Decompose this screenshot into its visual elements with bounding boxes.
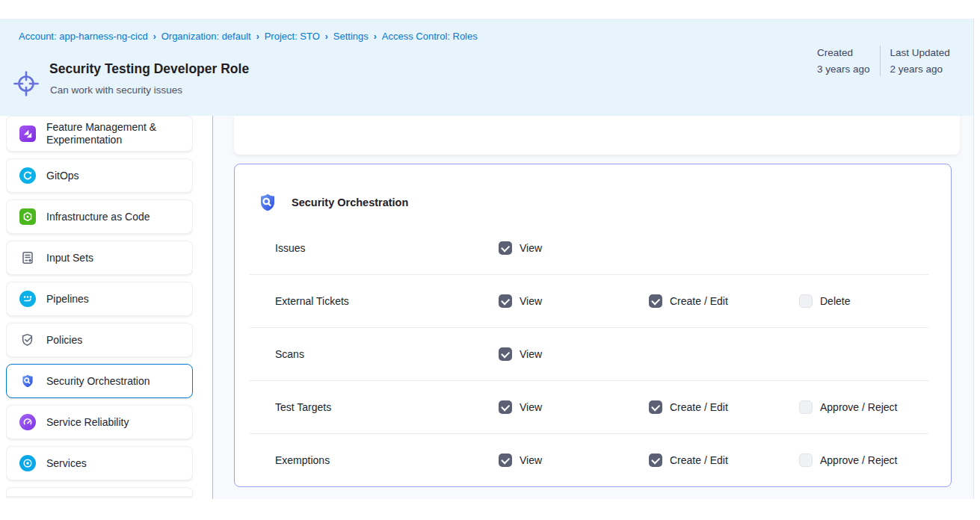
permission-label: Create / Edit xyxy=(670,295,728,307)
sidebar-item-partial[interactable] xyxy=(6,487,193,497)
breadcrumb-separator-icon: › xyxy=(374,31,377,42)
permission-cell: Create / Edit xyxy=(649,400,799,414)
permission-cell: Approve / Reject xyxy=(799,454,951,467)
sidebar-item-security-orchestration[interactable]: Security Orchestration xyxy=(6,364,193,398)
breadcrumb-link-access-control[interactable]: Access Control: Roles xyxy=(382,31,478,42)
breadcrumb-separator-icon: › xyxy=(325,31,328,42)
sidebar-item-label: Service Reliability xyxy=(46,416,129,429)
approve-reject-checkbox[interactable] xyxy=(799,454,813,467)
created-value: 3 years ago xyxy=(817,62,870,76)
service-reliability-icon xyxy=(19,414,36,430)
sidebar-item-label: Input Sets xyxy=(46,252,93,264)
create-edit-checkbox[interactable] xyxy=(649,400,662,414)
feature-management-icon xyxy=(19,126,36,142)
last-updated-value: 2 years ago xyxy=(890,62,950,76)
resource-label: Test Targets xyxy=(275,401,499,413)
security-orchestration-shield-icon xyxy=(256,191,279,214)
create-edit-checkbox[interactable] xyxy=(649,294,662,308)
create-edit-checkbox[interactable] xyxy=(649,454,662,467)
panel-title: Security Orchestration xyxy=(292,196,408,208)
permission-row-issues: IssuesView xyxy=(235,222,951,274)
breadcrumb: Account: app-harness-ng-cicd›Organizatio… xyxy=(19,31,478,42)
page-header: Account: app-harness-ng-cicd›Organizatio… xyxy=(0,19,973,116)
permission-label: Approve / Reject xyxy=(820,454,898,466)
permission-label: Delete xyxy=(820,295,850,307)
sidebar-item-gitops[interactable]: GitOps xyxy=(6,158,193,193)
delete-checkbox[interactable] xyxy=(799,294,813,308)
view-checkbox[interactable] xyxy=(499,400,512,414)
security-orchestration-icon xyxy=(19,373,36,389)
permission-row-exemptions: ExemptionsViewCreate / EditApprove / Rej… xyxy=(235,434,951,486)
permission-label: Create / Edit xyxy=(670,401,728,413)
permission-cell: View xyxy=(499,347,649,361)
sidebar-item-label: GitOps xyxy=(46,170,79,182)
input-sets-icon xyxy=(19,250,36,266)
content-right-border xyxy=(973,19,974,499)
sidebar-item-label: Policies xyxy=(46,334,82,347)
page: Account: app-harness-ng-cicd›Organizatio… xyxy=(0,0,980,520)
previous-permissions-card xyxy=(234,116,960,155)
panel-header: Security Orchestration xyxy=(235,164,951,222)
sidebar-item-services[interactable]: Services xyxy=(6,446,193,480)
permission-label: View xyxy=(520,295,542,307)
sidebar-item-label: Pipelines xyxy=(46,293,89,306)
permission-cell: View xyxy=(499,454,649,467)
permissions-table: IssuesViewExternal TicketsViewCreate / E… xyxy=(235,222,951,486)
sidebar-item-policies[interactable]: Policies xyxy=(6,323,193,357)
permission-cell: Approve / Reject xyxy=(799,400,951,414)
resource-label: Exemptions xyxy=(275,454,499,466)
page-subtitle: Can work with security issues xyxy=(50,84,182,96)
permission-label: View xyxy=(520,454,542,466)
breadcrumb-separator-icon: › xyxy=(153,31,156,42)
breadcrumb-link-settings[interactable]: Settings xyxy=(333,31,369,42)
services-icon xyxy=(19,455,36,471)
permission-label: Approve / Reject xyxy=(820,401,898,413)
sidebar-item-feature-management-experimentation[interactable]: Feature Management & Experimentation xyxy=(6,116,193,152)
permission-label: View xyxy=(520,348,542,360)
permission-label: Create / Edit xyxy=(670,454,728,466)
breadcrumb-link-account[interactable]: Account: app-harness-ng-cicd xyxy=(19,31,148,42)
page-title: Security Testing Developer Role xyxy=(49,61,249,77)
resource-label: Issues xyxy=(275,242,499,254)
permission-row-scans: ScansView xyxy=(235,328,951,380)
resource-label: Scans xyxy=(275,348,499,360)
sidebar-item-infrastructure-as-code[interactable]: Infrastructure as Code xyxy=(6,199,193,234)
sidebar-item-label: Services xyxy=(46,457,87,470)
permission-row-external-tickets: External TicketsViewCreate / EditDelete xyxy=(235,275,951,327)
sidebar-item-label: Security Orchestration xyxy=(46,375,150,388)
module-sidebar: Feature Management & ExperimentationGitO… xyxy=(6,116,193,499)
sidebar-item-label: Feature Management & Experimentation xyxy=(46,121,183,146)
permission-row-test-targets: Test TargetsViewCreate / EditApprove / R… xyxy=(235,381,951,433)
breadcrumb-link-organization[interactable]: Organization: default xyxy=(161,31,251,42)
permission-cell: View xyxy=(499,294,649,308)
breadcrumb-separator-icon: › xyxy=(256,31,259,42)
permission-cell: Create / Edit xyxy=(649,294,799,308)
approve-reject-checkbox[interactable] xyxy=(799,400,813,414)
permission-cell: View xyxy=(499,400,649,414)
permission-cell: Delete xyxy=(799,294,951,308)
meta-divider xyxy=(880,46,881,76)
sidebar-item-pipelines[interactable]: Pipelines xyxy=(6,282,193,316)
permission-cell: Create / Edit xyxy=(649,454,799,467)
view-checkbox[interactable] xyxy=(499,347,512,361)
infrastructure-as-code-icon xyxy=(19,208,36,225)
permission-cell: View xyxy=(499,241,649,255)
role-target-icon xyxy=(9,66,43,101)
security-orchestration-panel: Security Orchestration IssuesViewExterna… xyxy=(234,164,952,487)
sidebar-item-input-sets[interactable]: Input Sets xyxy=(6,241,193,275)
sidebar-scrollbar[interactable] xyxy=(212,116,213,499)
policies-icon xyxy=(19,332,36,348)
created-label: Created xyxy=(817,46,870,60)
permission-label: View xyxy=(520,242,542,254)
resource-label: External Tickets xyxy=(275,295,499,307)
permission-label: View xyxy=(520,401,542,413)
view-checkbox[interactable] xyxy=(499,241,512,255)
gitops-icon xyxy=(19,167,36,184)
last-updated-label: Last Updated xyxy=(890,46,950,60)
view-checkbox[interactable] xyxy=(499,454,512,467)
sidebar-item-service-reliability[interactable]: Service Reliability xyxy=(6,405,193,439)
sidebar-item-label: Infrastructure as Code xyxy=(46,211,150,223)
view-checkbox[interactable] xyxy=(499,294,512,308)
pipelines-icon xyxy=(19,291,36,307)
breadcrumb-link-project[interactable]: Project: STO xyxy=(265,31,320,42)
